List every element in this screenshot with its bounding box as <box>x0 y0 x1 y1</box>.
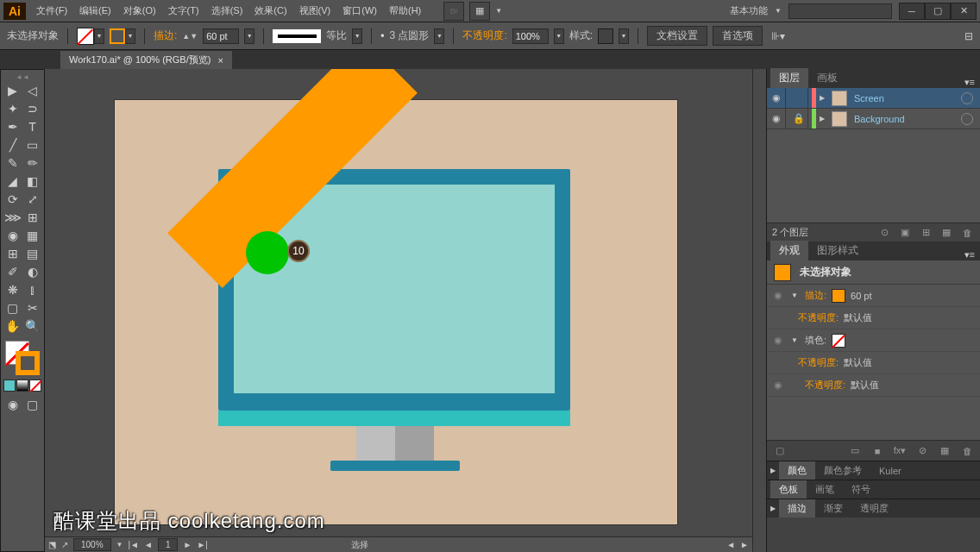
close-button[interactable]: ✕ <box>951 3 977 20</box>
blob-brush-tool[interactable]: ◢ <box>3 172 22 190</box>
stroke-box[interactable] <box>16 351 40 375</box>
visibility-icon[interactable]: ◉ <box>770 335 786 346</box>
clear-icon[interactable]: ⊘ <box>914 444 930 458</box>
expand-icon[interactable]: ▼ <box>791 336 800 344</box>
slice-tool[interactable]: ✂ <box>23 299 42 317</box>
zoom-tool[interactable]: 🔍 <box>23 317 42 335</box>
line-tool[interactable]: ╱ <box>3 136 22 154</box>
bridge-icon[interactable]: Br <box>443 2 464 21</box>
opacity-label[interactable]: 不透明度: <box>462 28 506 43</box>
lock-toggle[interactable] <box>789 88 808 108</box>
type-tool[interactable]: T <box>23 118 42 135</box>
page-number[interactable]: 1 <box>158 538 179 551</box>
stroke-weight-dropdown[interactable]: ▼ <box>244 28 254 44</box>
expand-icon[interactable]: ▼ <box>791 292 800 299</box>
arrange-icon[interactable]: ▦ <box>469 2 490 21</box>
opacity-label[interactable]: 不透明度: <box>798 356 839 369</box>
mesh-tool[interactable]: ⊞ <box>3 245 22 262</box>
magic-wand-tool[interactable]: ✦ <box>3 100 22 117</box>
document-tab[interactable]: Work170.ai* @ 100% (RGB/预览) × <box>60 51 232 69</box>
export-icon[interactable]: ↗ <box>61 540 68 549</box>
brush-dropdown[interactable]: ▼ <box>434 28 444 44</box>
locate-object-icon[interactable]: ⊙ <box>876 226 892 240</box>
opacity-dropdown[interactable]: ▼ <box>554 28 564 44</box>
blend-tool[interactable]: ◐ <box>23 263 42 280</box>
stroke-panel-collapsed[interactable]: ▶ 描边 渐变 透明度 <box>767 499 980 518</box>
menu-select[interactable]: 选择(S) <box>206 2 248 20</box>
scroll-left[interactable]: ◄ <box>726 540 735 549</box>
doc-setup-button[interactable]: 文档设置 <box>647 26 707 46</box>
dropdown-arrow-icon[interactable]: ▼ <box>775 7 782 15</box>
appearance-stroke-row[interactable]: ◉ ▼ 描边: 60 pt <box>767 285 980 307</box>
minimize-button[interactable]: ─ <box>899 3 925 20</box>
swatches-tab[interactable]: 色板 <box>770 480 807 499</box>
fill-color-swatch[interactable] <box>832 334 845 348</box>
layer-row[interactable]: ◉ ▶ Screen <box>767 88 980 109</box>
pencil-tool[interactable]: ✏ <box>23 154 42 172</box>
layer-target[interactable] <box>961 92 973 104</box>
symbols-tab[interactable]: 符号 <box>843 480 879 499</box>
add-effect-icon[interactable]: fx▾ <box>892 444 908 458</box>
menu-view[interactable]: 视图(V) <box>294 2 336 20</box>
expand-icon[interactable]: ▶ <box>770 505 779 512</box>
zoom-value[interactable]: 100% <box>73 538 111 551</box>
gradient-tool[interactable]: ▤ <box>23 245 42 262</box>
expand-icon[interactable]: ▶ <box>820 94 828 102</box>
visibility-icon[interactable]: ◉ <box>770 290 786 301</box>
eraser-tool[interactable]: ◧ <box>23 172 42 190</box>
stroke-tab[interactable]: 描边 <box>779 499 815 518</box>
stroke-weight-input[interactable] <box>203 28 239 44</box>
stepper-icon[interactable]: ▲▼ <box>182 32 198 41</box>
menu-effect[interactable]: 效果(C) <box>249 2 292 20</box>
column-graph-tool[interactable]: ⫿ <box>23 281 42 298</box>
stroke-label[interactable]: 描边: <box>805 289 826 302</box>
transparency-tab[interactable]: 透明度 <box>851 499 897 518</box>
appearance-opacity-row[interactable]: 不透明度: 默认值 <box>767 352 980 374</box>
shape-builder-tool[interactable]: ◉ <box>3 227 22 244</box>
opacity-label[interactable]: 不透明度: <box>798 311 839 324</box>
color-mode-gradient[interactable] <box>16 380 28 392</box>
lasso-tool[interactable]: ⊃ <box>23 100 42 117</box>
lock-toggle[interactable]: 🔒 <box>789 109 808 129</box>
menu-edit[interactable]: 编辑(E) <box>74 2 116 20</box>
style-dropdown[interactable]: ▼ <box>619 28 629 44</box>
new-sublayer-icon[interactable]: ⊞ <box>918 226 933 240</box>
stroke-profile-preview[interactable] <box>273 29 321 43</box>
appearance-fill-row[interactable]: ◉ ▼ 填色: <box>767 329 980 352</box>
dropdown-arrow-icon[interactable]: ▼ <box>495 7 502 15</box>
canvas-area[interactable]: 10 酷课堂出品 coolketang.com ⬔ ↗ 100% ▼ |◄ ◄ … <box>45 69 766 552</box>
appearance-opacity-row[interactable]: 不透明度: 默认值 <box>767 307 980 329</box>
appearance-tab[interactable]: 外观 <box>770 241 808 260</box>
duplicate-icon[interactable]: ▦ <box>937 444 952 458</box>
new-layer-icon[interactable]: ▦ <box>939 226 954 240</box>
symbol-sprayer-tool[interactable]: ❋ <box>3 281 22 298</box>
expand-icon[interactable]: ▶ <box>820 115 828 122</box>
layer-name[interactable]: Background <box>851 114 958 124</box>
stroke-swatch[interactable] <box>110 28 125 44</box>
color-mode-solid[interactable] <box>3 380 16 392</box>
eyedropper-tool[interactable]: ✐ <box>3 263 22 280</box>
search-input[interactable] <box>788 3 892 19</box>
workspace-label[interactable]: 基本功能 <box>730 4 768 17</box>
stroke-dropdown[interactable]: ▼ <box>125 28 135 44</box>
color-guide-tab[interactable]: 颜色参考 <box>815 461 870 480</box>
direct-selection-tool[interactable]: ◁ <box>23 82 42 99</box>
opacity-input[interactable] <box>512 28 549 44</box>
brushes-tab[interactable]: 画笔 <box>807 480 843 499</box>
scroll-right[interactable]: ► <box>740 540 749 549</box>
color-tab[interactable]: 颜色 <box>779 461 815 480</box>
perspective-tool[interactable]: ▦ <box>23 227 42 244</box>
panel-menu-icon[interactable]: ▾≡ <box>959 249 980 260</box>
layer-target[interactable] <box>961 113 973 125</box>
menu-help[interactable]: 帮助(H) <box>384 2 426 20</box>
rotate-tool[interactable]: ⟳ <box>3 191 22 208</box>
page-prev[interactable]: ◄ <box>144 540 153 549</box>
preferences-button[interactable]: 首选项 <box>713 26 763 46</box>
selection-tool[interactable]: ▶ <box>3 82 22 99</box>
vertical-scrollbar[interactable] <box>752 69 766 552</box>
gfx-styles-tab[interactable]: 图形样式 <box>808 241 867 260</box>
appearance-default-opacity-row[interactable]: ◉ 不透明度: 默认值 <box>767 374 980 397</box>
menu-type[interactable]: 文字(T) <box>163 2 204 20</box>
menu-window[interactable]: 窗口(W) <box>337 2 382 20</box>
expand-icon[interactable]: ▶ <box>770 467 779 474</box>
